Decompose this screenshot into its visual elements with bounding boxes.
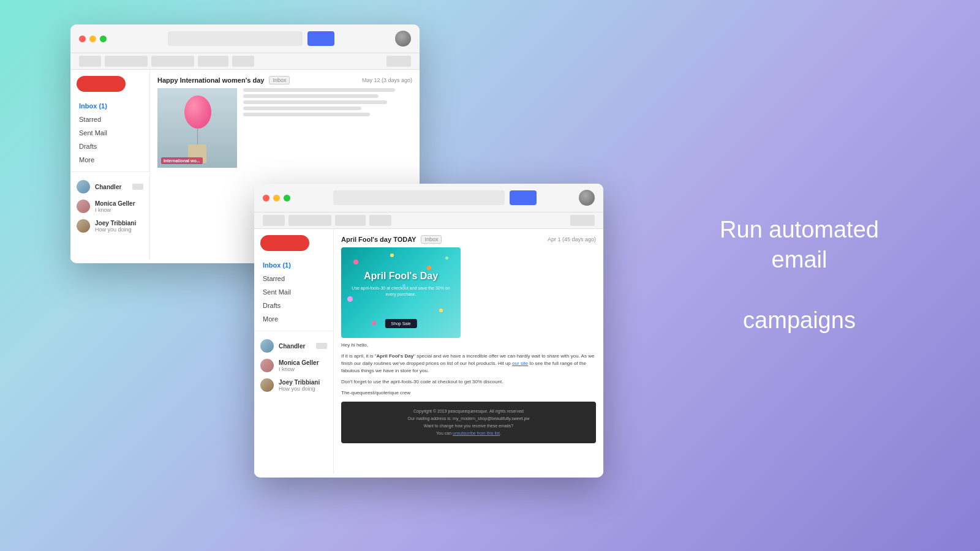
text-line-4 [243,107,361,110]
sidebar-back: Inbox (1) Starred Sent Mail Drafts More … [70,70,150,260]
tab-3[interactable] [151,56,194,67]
tab-5[interactable] [232,56,254,67]
sidebar-divider-front [254,331,333,331]
ftab-1[interactable] [263,215,285,226]
text-line-2 [243,94,379,98]
email-greeting-front: Hey hi hello, [341,342,596,349]
email-footer-front: Copyright © 2019 peacqueequeresque. All … [341,402,596,443]
confetti-2 [390,253,394,257]
right-text-block: Run automated emailcampaigns [692,215,907,336]
sidebar-sent-back[interactable]: Sent Mail [70,126,149,140]
tabs-row-back [70,53,420,70]
ftab-3[interactable] [335,215,366,226]
confetti-1 [353,260,358,264]
april-fool-image: April Fool's Day Use april-fools-30 at c… [341,247,461,338]
avatar-joey-front [260,378,274,392]
dot-red[interactable] [79,36,86,42]
contact-monica-front: Monica Geller I know [254,356,333,375]
tab-4[interactable] [198,56,228,67]
contact-sub-joey-back: How you doing [95,227,136,233]
intl-women-label: International wo... [161,157,203,164]
contact-name-monica-back: Monica Geller [95,200,135,207]
sidebar-divider-back [70,171,149,172]
email-content-back: International wo... [157,88,412,168]
ftab-4[interactable] [369,215,391,226]
april-shop-btn[interactable]: Shop Sale [385,319,417,328]
compose-btn-front[interactable] [260,235,309,251]
ftab-2[interactable] [288,215,331,226]
text-line-3 [243,100,387,104]
tab-6[interactable] [386,56,411,67]
inbox-badge-back: Inbox [269,76,290,84]
contact-sub-monica-back: I know [95,207,135,213]
sidebar-drafts-front[interactable]: Drafts [254,299,333,312]
contact-sub-monica-front: I know [279,366,319,372]
right-heading: Run automated emailcampaigns [692,215,907,336]
dot-yellow-front[interactable] [273,195,280,201]
avatar-joey-back [77,219,90,233]
footer-mailing: Our mailing address is: my_modern_shop@b… [347,415,590,422]
search-input-back[interactable] [168,31,303,46]
email-body-1-front: If it is april, it is "April Fool's Day"… [341,353,596,375]
email-text-lines-back [243,88,412,168]
dot-yellow[interactable] [89,36,96,42]
email-subject-row-back: Happy International women's day Inbox Ma… [157,76,412,84]
text-line-5 [243,113,370,116]
contact-badge-back [132,184,143,190]
email-area-front: April Fool's day TODAY Inbox Apr 1 (45 d… [334,229,603,474]
sidebar-starred-front[interactable]: Starred [254,272,333,285]
email-subject-front: April Fool's day TODAY [341,236,416,243]
contact-name-chandler-back: Chandler [95,184,121,190]
balloon-string [197,126,198,144]
sidebar-front: Inbox (1) Starred Sent Mail Drafts More … [254,229,334,474]
sidebar-more-back[interactable]: More [70,153,149,167]
contact-name-joey-back: Joey Tribbiani [95,220,136,227]
search-btn-back[interactable] [307,31,334,46]
email-body-2-front: Don't forget to use the april-fools-30 c… [341,378,596,386]
confetti-7 [372,321,376,325]
tab-1[interactable] [79,56,101,67]
avatar-front [579,190,595,206]
tab-2[interactable] [105,56,148,67]
tabs-row-front [254,212,603,229]
sidebar-inbox-back[interactable]: Inbox (1) [70,99,149,113]
search-input-front[interactable] [333,190,505,205]
window-front: Inbox (1) Starred Sent Mail Drafts More … [254,184,603,478]
contact-joey-back: Joey Tribbiani How you doing [70,216,149,236]
contact-monica-back: Monica Geller I know [70,197,149,216]
contact-chandler-back: Chandler [70,177,149,197]
email-date-front: Apr 1 (45 days ago) [548,236,596,242]
dot-red-front[interactable] [263,195,270,201]
ftab-5[interactable] [570,215,595,226]
avatar-monica-front [260,359,274,372]
footer-copyright: Copyright © 2019 peacqueequeresque. All … [347,408,590,415]
sidebar-starred-back[interactable]: Starred [70,113,149,126]
contact-name-chandler-front: Chandler [279,343,305,350]
avatar-chandler-back [77,180,90,193]
email-subject-back: Happy International women's day [157,77,264,84]
avatar-back [395,31,411,47]
titlebar-front [254,184,603,212]
dot-green-front[interactable] [284,195,290,201]
april-title: April Fool's Day [341,271,461,282]
confetti-6 [439,309,443,312]
window-body-front: Inbox (1) Starred Sent Mail Drafts More … [254,229,603,474]
dot-green[interactable] [100,36,107,42]
contact-sub-joey-front: How you doing [279,386,320,392]
sidebar-more-front[interactable]: More [254,312,333,326]
sidebar-drafts-back[interactable]: Drafts [70,140,149,153]
footer-change: Want to change how you receive these ema… [347,422,590,437]
email-date-back: May 12 (3 days ago) [362,77,412,83]
search-btn-front[interactable] [510,190,537,205]
titlebar-back [70,24,420,53]
avatar-chandler-front [260,339,274,353]
compose-btn-back[interactable] [77,76,126,92]
confetti-4 [445,257,448,260]
sidebar-sent-front[interactable]: Sent Mail [254,285,333,299]
contact-name-monica-front: Monica Geller [279,359,319,366]
april-subtitle: Use april-fools-30 at checkout and save … [349,285,453,298]
avatar-monica-back [77,200,90,213]
sidebar-inbox-front[interactable]: Inbox (1) [254,258,333,272]
contact-badge-front [316,343,327,349]
text-line-1 [243,88,395,92]
